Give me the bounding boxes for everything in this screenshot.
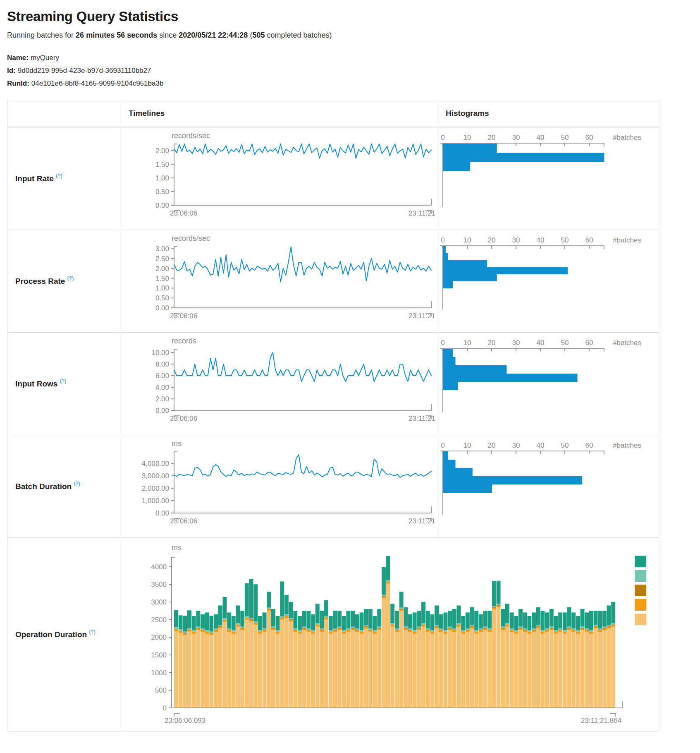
stacked-bar-segment xyxy=(510,631,514,632)
stacked-bar-segment xyxy=(258,632,262,634)
help-icon[interactable]: (?) xyxy=(89,628,96,635)
stacked-bar-segment xyxy=(373,632,377,633)
stacked-bar-segment xyxy=(408,631,412,632)
stacked-bar-segment xyxy=(554,634,558,708)
svg-text:60: 60 xyxy=(585,134,593,141)
stacked-bar-segment xyxy=(483,627,487,628)
stacked-bar-segment xyxy=(563,632,567,634)
help-icon[interactable]: (?) xyxy=(67,275,74,281)
stacked-bar-segment xyxy=(404,630,408,708)
svg-text:1.00: 1.00 xyxy=(155,284,169,292)
stacked-bar-segment xyxy=(461,632,465,633)
operation-duration-stacked-chart: ms0500100015002000250030003500400023:06:… xyxy=(121,538,659,731)
stacked-bar-segment xyxy=(382,599,386,708)
svg-text:ms: ms xyxy=(172,544,182,552)
svg-text:4,000.00: 4,000.00 xyxy=(142,460,169,468)
table-row-process-rate: Process Rate(?) records/sec3.002.502.001… xyxy=(7,230,659,333)
stacked-bar-segment xyxy=(377,628,381,629)
stacked-bar-segment xyxy=(413,612,417,630)
stacked-bar-segment xyxy=(563,630,567,631)
stacked-bar-segment xyxy=(611,625,615,627)
stacked-bar-segment xyxy=(470,625,474,626)
stacked-bar-segment xyxy=(324,616,328,617)
stacked-bar-segment xyxy=(368,630,373,631)
stacked-bar-segment xyxy=(413,632,417,633)
stacked-bar-segment xyxy=(554,632,558,633)
stacked-bar-segment xyxy=(487,611,492,628)
svg-text:1.50: 1.50 xyxy=(155,275,169,283)
stacked-bar-segment xyxy=(523,628,527,630)
histogram-bar xyxy=(443,349,453,357)
stacked-bar-segment xyxy=(466,630,470,631)
help-icon[interactable]: (?) xyxy=(56,173,62,179)
stacked-bar-segment xyxy=(240,630,244,708)
process-rate-timeline-chart: records/sec3.002.502.001.501.000.500.002… xyxy=(121,230,438,332)
table-row-batch-duration: Batch Duration(?) ms4,000.003,000.002,00… xyxy=(7,435,659,538)
stacked-bar-segment xyxy=(209,633,213,634)
stacked-bar-segment xyxy=(585,612,589,628)
help-icon[interactable]: (?) xyxy=(60,378,66,384)
stacked-bar-segment xyxy=(518,627,523,628)
stacked-bar-segment xyxy=(505,627,509,708)
histogram-bar xyxy=(443,162,470,171)
stacked-bar-segment xyxy=(223,620,227,622)
stacked-bar-segment xyxy=(492,607,496,608)
stacked-bar-segment xyxy=(576,632,580,633)
svg-text:30: 30 xyxy=(512,441,520,449)
stacked-bar-segment xyxy=(540,630,545,631)
stacked-bar-segment xyxy=(227,630,231,631)
stacked-bar-segment xyxy=(497,581,501,604)
stacked-bar-segment xyxy=(532,631,536,632)
svg-text:20: 20 xyxy=(488,339,496,347)
histogram-bar xyxy=(443,253,448,260)
stacked-bar-segment xyxy=(355,628,359,630)
stacked-bar-segment xyxy=(399,609,404,610)
stacked-bar-segment xyxy=(253,621,258,623)
input-rate-histogram-chart: 0102030405060#batches xyxy=(438,127,659,230)
stacked-bar-segment xyxy=(373,634,377,708)
stacked-bar-segment xyxy=(192,632,196,634)
stacked-bar-segment xyxy=(457,623,461,624)
stacked-bar-segment xyxy=(253,625,258,708)
stacked-bar-segment xyxy=(452,632,456,708)
header-timelines: Timelines xyxy=(121,100,438,127)
stacked-bar-segment xyxy=(315,625,320,627)
stacked-bar-segment xyxy=(576,634,580,708)
stacked-bar-segment xyxy=(487,632,492,708)
stacked-bar-segment xyxy=(510,612,514,628)
stacked-bar-segment xyxy=(487,631,492,632)
stacked-bar-segment xyxy=(320,628,324,630)
stacked-bar-segment xyxy=(390,604,394,623)
stacked-bar-segment xyxy=(421,627,425,708)
stacked-bar-segment xyxy=(523,632,527,708)
stacked-bar-segment xyxy=(205,632,209,633)
histogram-bar xyxy=(443,144,497,153)
help-icon[interactable]: (?) xyxy=(74,480,80,487)
stacked-bar-segment xyxy=(315,604,320,623)
svg-text:8.00: 8.00 xyxy=(155,360,169,368)
stacked-bar-segment xyxy=(209,616,213,631)
stacked-bar-segment xyxy=(426,611,430,628)
svg-text:30: 30 xyxy=(512,339,520,347)
stacked-bar-segment xyxy=(501,629,505,631)
summary-batch-count: 505 xyxy=(252,31,265,39)
stacked-bar-segment xyxy=(289,619,293,620)
stacked-bar-segment xyxy=(236,627,240,708)
stacked-bar-segment xyxy=(602,611,607,626)
stacked-bar-segment xyxy=(452,630,456,631)
stacked-bar-segment xyxy=(536,607,540,625)
histogram-bar xyxy=(443,476,582,484)
stacked-bar-segment xyxy=(426,631,430,632)
stacked-bar-segment xyxy=(311,630,315,631)
running-batches-summary: Running batches for 26 minutes 56 second… xyxy=(7,31,700,40)
stacked-bar-segment xyxy=(333,628,337,630)
histogram-bar xyxy=(443,468,473,476)
stacked-bar-segment xyxy=(545,632,549,708)
batch-duration-histogram-chart: 0102030405060#batches xyxy=(438,435,659,537)
stacked-bar-segment xyxy=(589,611,593,630)
stacked-bar-segment xyxy=(223,620,227,621)
query-id-line: Id:9d0dd219-995d-423e-b97d-36931110bb27 xyxy=(7,64,700,77)
svg-text:1,000.00: 1,000.00 xyxy=(142,497,169,505)
stacked-bar-segment xyxy=(514,632,518,633)
stacked-bar-segment xyxy=(567,630,571,708)
